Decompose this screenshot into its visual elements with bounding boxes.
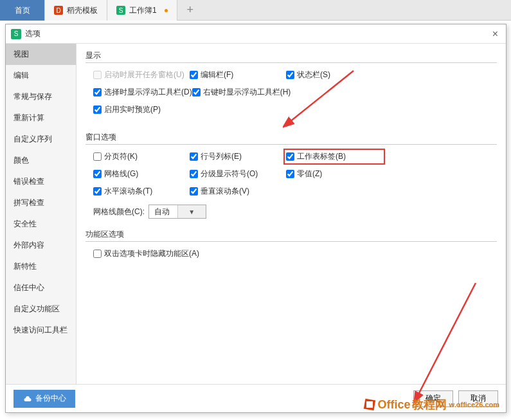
checkbox-input[interactable] [286, 170, 294, 178]
tab-label: 工作簿1 [129, 5, 157, 16]
checkbox-input[interactable] [93, 88, 102, 96]
sidebar-item-new-feature[interactable]: 新特性 [6, 256, 76, 277]
sidebar-item-general-save[interactable]: 常规与保存 [6, 86, 76, 107]
cloud-icon [22, 394, 31, 403]
checkbox-input[interactable] [190, 170, 198, 178]
sidebar-item-color[interactable]: 颜色 [6, 150, 76, 171]
tabbar: 首页 D 稻壳模板 S 工作簿1 + [0, 0, 511, 21]
checkbox-input[interactable] [190, 152, 198, 161]
checkbox-input[interactable] [93, 170, 102, 178]
sidebar-item-view[interactable]: 视图 [6, 44, 76, 65]
section-window: 窗口选项 分页符(K) 行号列标(E) 工作表标签(B) [85, 132, 497, 221]
sidebar-item-error-check[interactable]: 错误检查 [6, 171, 76, 192]
dialog-titlebar: S 选项 × [6, 24, 506, 44]
sidebar-item-trust-center[interactable]: 信任中心 [6, 277, 76, 298]
backup-center-button[interactable]: 备份中心 [13, 390, 75, 408]
checkbox-input[interactable] [286, 71, 294, 79]
checkbox-live-preview[interactable]: 启用实时预览(P) [93, 104, 190, 115]
options-dialog: S 选项 × 视图 编辑 常规与保存 重新计算 自定义序列 颜色 错误检查 拼写… [5, 24, 507, 413]
checkbox-input[interactable] [93, 187, 102, 196]
close-button[interactable]: × [490, 28, 501, 40]
sidebar-item-recalc[interactable]: 重新计算 [6, 107, 76, 129]
checkbox-input[interactable] [93, 105, 102, 114]
docer-icon: D [54, 6, 63, 15]
checkbox-h-scroll[interactable]: 水平滚动条(T) [93, 186, 190, 197]
checkbox-input[interactable] [190, 71, 198, 79]
sidebar: 视图 编辑 常规与保存 重新计算 自定义序列 颜色 错误检查 拼写检查 安全性 … [6, 44, 76, 384]
checkbox-sheet-tabs[interactable]: 工作表标签(B) [286, 151, 382, 162]
chevron-down-icon: ▼ [177, 205, 206, 218]
watermark-text2: 教程网 [412, 397, 447, 412]
checkbox-gridlines[interactable]: 网格线(G) [93, 169, 190, 179]
backup-label: 备份中心 [35, 393, 66, 404]
sidebar-item-quick-access[interactable]: 快速访问工具栏 [6, 320, 76, 341]
sidebar-item-security[interactable]: 安全性 [6, 214, 76, 235]
watermark: Office 教程网 w.office26.com [363, 397, 499, 412]
sidebar-item-custom-list[interactable]: 自定义序列 [6, 129, 76, 150]
dialog-title: 选项 [25, 28, 490, 39]
watermark-text1: Office [378, 398, 411, 412]
checkbox-startup-pane: 启动时展开任务窗格(U) [93, 69, 190, 80]
checkbox-formula-bar[interactable]: 编辑栏(F) [190, 69, 286, 80]
sheet-icon: S [116, 6, 125, 15]
unsaved-dot-icon [165, 9, 168, 12]
checkbox-input[interactable] [190, 187, 198, 196]
section-title: 显示 [85, 50, 497, 63]
checkbox-dblclick-hide[interactable]: 双击选项卡时隐藏功能区(A) [93, 248, 199, 259]
checkbox-float-toolbar-select[interactable]: 选择时显示浮动工具栏(D) [93, 87, 192, 98]
checkbox-float-toolbar-right[interactable]: 右键时显示浮动工具栏(H) [192, 87, 291, 98]
watermark-url: w.office26.com [449, 401, 499, 408]
checkbox-zero-values[interactable]: 零值(Z) [286, 169, 382, 179]
section-title: 功能区选项 [85, 229, 497, 242]
dropdown-value: 自动 [149, 206, 177, 217]
sidebar-item-spell-check[interactable]: 拼写检查 [6, 192, 76, 214]
sidebar-item-external[interactable]: 外部内容 [6, 235, 76, 256]
office-logo-icon [363, 397, 377, 412]
checkbox-status-bar[interactable]: 状态栏(S) [286, 69, 382, 80]
tab-workbook[interactable]: S 工作簿1 [107, 0, 177, 21]
checkbox-v-scroll[interactable]: 垂直滚动条(V) [190, 186, 286, 197]
tab-home[interactable]: 首页 [0, 0, 45, 21]
content-panel: 显示 启动时展开任务窗格(U) 编辑栏(F) 状态栏(S [76, 44, 506, 384]
grid-color-label: 网格线颜色(C): [93, 206, 145, 217]
checkbox-row-col-headers[interactable]: 行号列标(E) [190, 151, 286, 162]
section-title: 窗口选项 [85, 132, 497, 145]
section-display: 显示 启动时展开任务窗格(U) 编辑栏(F) 状态栏(S [85, 50, 497, 124]
tab-label: 稻壳模板 [67, 5, 98, 16]
tab-add-button[interactable]: + [177, 0, 203, 20]
checkbox-input[interactable] [192, 88, 201, 96]
grid-color-dropdown[interactable]: 自动 ▼ [148, 205, 206, 219]
checkbox-input [93, 71, 102, 79]
sidebar-item-custom-ribbon[interactable]: 自定义功能区 [6, 298, 76, 320]
checkbox-page-breaks[interactable]: 分页符(K) [93, 151, 190, 162]
checkbox-input[interactable] [93, 250, 102, 258]
section-ribbon: 功能区选项 双击选项卡时隐藏功能区(A) [85, 229, 497, 268]
tab-docer[interactable]: D 稻壳模板 [45, 0, 107, 21]
app-icon: S [11, 29, 21, 39]
sidebar-item-edit[interactable]: 编辑 [6, 65, 76, 86]
checkbox-input[interactable] [93, 152, 102, 161]
checkbox-input[interactable] [286, 152, 294, 161]
svg-rect-3 [366, 401, 373, 408]
checkbox-outline-symbols[interactable]: 分级显示符号(O) [190, 169, 286, 179]
